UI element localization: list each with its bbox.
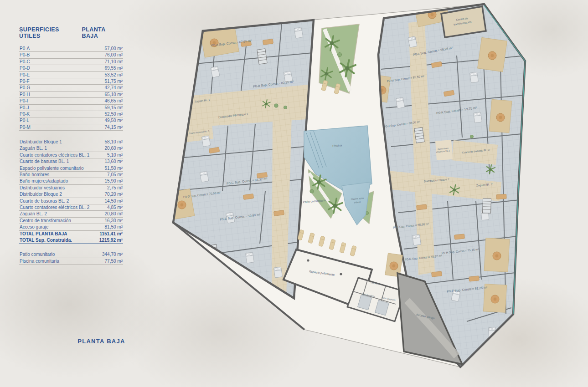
row-label: Zaguán BL. 2 xyxy=(20,212,47,216)
table-row: P0-C 71,10 m² xyxy=(19,59,123,65)
row-value: 20,60 m² xyxy=(105,146,123,151)
table-title: SUPERFICIES ÚTILES xyxy=(19,26,82,39)
row-value: 16,30 m² xyxy=(105,219,123,223)
row-label: P0-A xyxy=(20,46,30,51)
table-row: Distribuidor Bloque 1 58,10 m² xyxy=(19,139,123,145)
row-label: Patio comunitario xyxy=(20,252,55,257)
table-row: P0-M 74,15 m² xyxy=(19,124,123,131)
row-label: P0-G xyxy=(20,86,30,90)
row-label: P0-M xyxy=(20,125,31,130)
label-piscina-infantil-line2: infantil xyxy=(354,200,361,204)
row-value: 57,00 m² xyxy=(105,46,123,51)
row-label: Distribuidor Bloque 1 xyxy=(20,140,62,144)
table-row: Baño hombres 7,05 m² xyxy=(19,172,123,178)
block1-building xyxy=(170,20,314,298)
table-row: P0-F 51,75 m² xyxy=(19,78,123,85)
table-row: Patio comunitario 344,70 m² xyxy=(19,251,123,258)
total-row: TOTAL Sup. Construida. 1215,92 m² xyxy=(19,237,123,244)
row-value: 14,50 m² xyxy=(105,199,123,204)
total-row: TOTAL PLANTA BAJA 1151,41 m² xyxy=(19,231,123,237)
row-value: 42,74 m² xyxy=(105,86,123,90)
table-row: P0-E 53,52 m² xyxy=(19,72,123,78)
row-value: 58,10 m² xyxy=(105,140,123,144)
row-label: Distribuidor Bloque 2 xyxy=(20,192,62,197)
table-row: Cuarto de basuras BL. 1 13,60 m² xyxy=(19,158,123,165)
row-label: Cuarto de basuras BL. 1 xyxy=(20,159,69,164)
row-label: Acceso garaje xyxy=(20,225,48,229)
row-label: Baño hombres xyxy=(20,173,49,177)
totals-table: TOTAL PLANTA BAJA 1151,41 m² TOTAL Sup. … xyxy=(19,231,123,244)
table-row: Distribuidor vestuarios 2,75 m² xyxy=(19,185,123,191)
row-label: Centro de transformación xyxy=(20,219,71,223)
row-label: TOTAL PLANTA BAJA xyxy=(20,232,67,236)
row-value: 49,50 m² xyxy=(105,118,123,123)
row-value: 69,55 m² xyxy=(105,66,123,71)
table-row: Piscina comunitaria 77,50 m² xyxy=(19,258,123,265)
table-row: Centro de transformación 16,30 m² xyxy=(19,218,123,224)
row-value: 51,50 m² xyxy=(105,166,123,171)
row-label: Cuarto contadores eléctricos BL. 2 xyxy=(20,205,89,210)
row-label: Espacio polivalente comunitario xyxy=(20,166,84,171)
table-row: P0-A 57,00 m² xyxy=(19,46,123,52)
row-label: Cuarto contadores eléctricos BL. 1 xyxy=(20,153,89,158)
row-value: 15,90 m² xyxy=(105,179,123,183)
row-value: 2,75 m² xyxy=(107,186,123,190)
row-label: TOTAL Sup. Construida. xyxy=(20,238,72,243)
outdoor-areas-table: Patio comunitario 344,70 m² Piscina comu… xyxy=(19,251,123,265)
table-row: P0-K 52,50 m² xyxy=(19,111,123,117)
row-label: Piscina comunitaria xyxy=(20,259,59,264)
table-row: Acceso garaje 81,50 m² xyxy=(19,224,123,230)
table-floor-name: PLANTA BAJA xyxy=(82,26,123,39)
row-value: 5,10 m² xyxy=(107,153,123,158)
floor-plan-sheet: P0-A Sup. Constr.= 67,65 m² P0-B Sup. Co… xyxy=(0,0,588,387)
row-label: Cuarto de basuras BL. 2 xyxy=(20,199,69,204)
row-label: P0-L xyxy=(20,118,29,123)
row-label: P0-E xyxy=(20,73,30,77)
row-label: P0-J xyxy=(20,106,29,110)
row-value: 74,15 m² xyxy=(105,125,123,130)
table-row: Cuarto contadores eléctricos BL. 1 5,10 … xyxy=(19,152,123,158)
row-value: 20,80 m² xyxy=(105,212,123,216)
row-value: 76,00 m² xyxy=(105,53,123,57)
table-row: P0-J 59,15 m² xyxy=(19,105,123,111)
row-label: P0-H xyxy=(20,92,30,97)
table-row: P0-G 42,74 m² xyxy=(19,85,123,91)
row-value: 1151,41 m² xyxy=(99,232,123,236)
row-label: Baño mujeres/adaptado xyxy=(20,179,68,183)
row-label: Distribuidor vestuarios xyxy=(20,186,65,190)
table-row: P0-H 65,10 m² xyxy=(19,92,123,98)
table-row: P0-D 69,55 m² xyxy=(19,65,123,71)
row-label: Zaguán BL. 1 xyxy=(20,146,47,151)
row-label: P0-I xyxy=(20,99,28,103)
row-value: 1215,92 m² xyxy=(99,238,123,243)
row-label: P0-B xyxy=(20,53,30,57)
row-label: P0-K xyxy=(20,112,30,117)
row-value: 7,05 m² xyxy=(107,173,123,177)
row-value: 344,70 m² xyxy=(102,252,123,257)
row-value: 13,60 m² xyxy=(105,159,123,164)
row-value: 59,15 m² xyxy=(105,106,123,110)
table-row: Distribuidor Bloque 2 70,20 m² xyxy=(19,191,123,198)
row-value: 51,75 m² xyxy=(105,79,123,84)
row-value: 77,50 m² xyxy=(105,259,123,264)
row-label: P0-D xyxy=(20,66,30,71)
table-header: SUPERFICIES ÚTILES PLANTA BAJA xyxy=(19,26,123,39)
plan-title: PLANTA BAJA xyxy=(68,338,134,345)
table-row: P0-B 76,00 m² xyxy=(19,52,123,58)
row-label: P0-F xyxy=(20,79,30,84)
row-label: P0-C xyxy=(20,60,30,64)
surface-table-panel: SUPERFICIES ÚTILES PLANTA BAJA P0-A 57,0… xyxy=(19,26,123,265)
table-row: Zaguán BL. 2 20,80 m² xyxy=(19,211,123,217)
row-value: 70,20 m² xyxy=(105,192,123,197)
table-row: Zaguán BL. 1 20,60 m² xyxy=(19,145,123,152)
row-value: 71,10 m² xyxy=(105,60,123,64)
table-row: P0-L 49,50 m² xyxy=(19,117,123,124)
table-row: Cuarto contadores eléctricos BL. 2 4,85 … xyxy=(19,204,123,211)
table-row: Cuarto de basuras BL. 2 14,50 m² xyxy=(19,198,123,204)
row-value: 52,50 m² xyxy=(105,112,123,117)
row-value: 53,52 m² xyxy=(105,73,123,77)
units-table: P0-A 57,00 m² P0-B 76,00 m² P0-C 71,10 m… xyxy=(19,46,123,131)
table-row: Baño mujeres/adaptado 15,90 m² xyxy=(19,178,123,184)
row-value: 65,10 m² xyxy=(105,92,123,97)
row-value: 46,65 m² xyxy=(105,99,123,103)
